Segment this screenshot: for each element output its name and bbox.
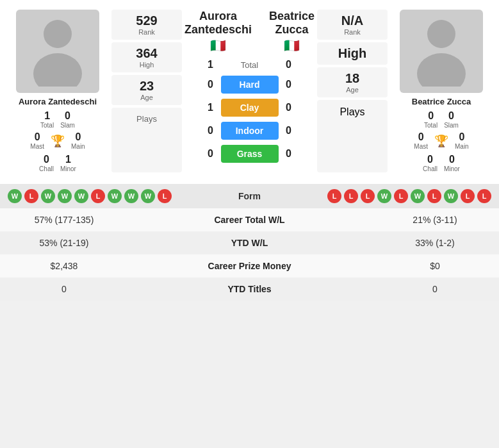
form-label: Form bbox=[177, 191, 322, 201]
left-age-box: 23 Age bbox=[111, 75, 182, 105]
svg-point-3 bbox=[417, 53, 466, 87]
right-chall-value: 0 bbox=[427, 154, 433, 165]
stats-right-val: 0 bbox=[371, 278, 499, 301]
stats-row: 57% (177-135) Career Total W/L 21% (3-11… bbox=[0, 208, 499, 231]
stats-right-val: 21% (3-11) bbox=[371, 208, 499, 231]
total-center-label: Total bbox=[241, 60, 258, 70]
left-chall-stat: 0 Chall bbox=[39, 154, 54, 172]
stats-left-val: $2,438 bbox=[0, 254, 128, 278]
stats-label: Career Prize Money bbox=[128, 254, 371, 278]
left-age-value: 23 bbox=[114, 79, 179, 94]
form-badge-left: L bbox=[158, 189, 172, 203]
main-container: Aurora Zantedeschi 1 Total 0 Slam 0 Mast… bbox=[0, 0, 499, 301]
form-badge-left: L bbox=[91, 189, 105, 203]
left-main-stat: 0 Main bbox=[71, 131, 85, 150]
left-minor-label: Minor bbox=[60, 165, 76, 172]
left-player-stats-total-slam: 1 Total 0 Slam bbox=[40, 110, 75, 129]
left-chall-value: 0 bbox=[44, 154, 49, 165]
stats-table: 57% (177-135) Career Total W/L 21% (3-11… bbox=[0, 208, 499, 301]
right-rank-value: N/A bbox=[320, 13, 385, 28]
right-main-stat: 0 Main bbox=[455, 131, 469, 150]
left-high-box: 364 High bbox=[111, 42, 182, 72]
indoor-button[interactable]: Indoor bbox=[221, 122, 279, 140]
left-player-card: Aurora Zantedeschi 1 Total 0 Slam 0 Mast… bbox=[6, 10, 109, 172]
right-total-label: Total bbox=[424, 122, 438, 129]
left-mast-stat: 0 Mast bbox=[30, 131, 44, 150]
form-badge-right: L bbox=[461, 189, 475, 203]
stats-row: $2,438 Career Prize Money $0 bbox=[0, 254, 499, 278]
stats-right-val: $0 bbox=[371, 254, 499, 278]
total-row: 1 Total 0 bbox=[184, 59, 315, 71]
form-badge-left: W bbox=[8, 189, 22, 203]
left-rank-value: 529 bbox=[114, 13, 179, 28]
left-high-label: High bbox=[114, 61, 179, 69]
form-badge-right: L bbox=[477, 189, 491, 203]
left-slam-stat: 0 Slam bbox=[60, 110, 75, 129]
left-minor-value: 1 bbox=[65, 154, 71, 165]
left-plays-label: Plays bbox=[114, 114, 179, 124]
left-total-stat: 1 Total bbox=[40, 110, 54, 129]
right-main-label: Main bbox=[455, 143, 469, 150]
left-middle-stats: 529 Rank 364 High 23 Age Plays bbox=[111, 10, 182, 172]
right-mast-stat: 0 Mast bbox=[414, 131, 428, 150]
form-badge-right: W bbox=[411, 189, 425, 203]
hard-left-score: 0 bbox=[200, 79, 221, 90]
right-total-stat: 0 Total bbox=[424, 110, 438, 129]
svg-point-0 bbox=[44, 20, 72, 48]
left-high-value: 364 bbox=[114, 46, 179, 61]
stats-left-val: 53% (21-19) bbox=[0, 231, 128, 254]
hard-button[interactable]: Hard bbox=[221, 76, 279, 94]
right-chall-label: Chall bbox=[423, 165, 438, 172]
right-player-card: Beatrice Zucca 0 Total 0 Slam 0 Mast 🏆 bbox=[390, 10, 493, 172]
grass-right-score: 0 bbox=[279, 148, 299, 160]
left-player-name: Aurora Zantedeschi bbox=[19, 97, 97, 106]
right-age-value: 18 bbox=[320, 71, 385, 86]
right-minor-value: 0 bbox=[449, 154, 455, 165]
indoor-left-score: 0 bbox=[200, 125, 221, 137]
form-section: WLWWWLWWWL Form LLLWLWLWLL bbox=[0, 184, 499, 208]
stats-label: YTD W/L bbox=[128, 231, 371, 254]
left-player-stats-mast-main: 0 Mast 🏆 0 Main bbox=[30, 131, 85, 150]
hard-right-score: 0 bbox=[279, 79, 299, 90]
right-rank-box: N/A Rank bbox=[317, 10, 388, 40]
left-form-badges: WLWWWLWWWL bbox=[8, 189, 172, 203]
right-name-center-text: BeatriceZucca bbox=[269, 10, 315, 37]
left-name-center: AuroraZantedeschi 🇮🇹 bbox=[184, 10, 252, 53]
right-slam-label: Slam bbox=[444, 122, 459, 129]
right-middle-stats: N/A Rank High 18 Age Plays bbox=[317, 10, 388, 172]
form-badge-left: W bbox=[41, 189, 55, 203]
stats-label: YTD Titles bbox=[128, 278, 371, 301]
indoor-row: 0 Indoor 0 bbox=[184, 122, 315, 140]
left-name-center-text: AuroraZantedeschi bbox=[184, 10, 252, 37]
clay-row: 1 Clay 0 bbox=[184, 99, 315, 117]
stats-row: 0 YTD Titles 0 bbox=[0, 278, 499, 301]
clay-button[interactable]: Clay bbox=[221, 99, 279, 117]
left-age-label: Age bbox=[114, 94, 179, 101]
form-badge-right: L bbox=[344, 189, 358, 203]
left-slam-value: 0 bbox=[65, 110, 70, 122]
left-total-value: 1 bbox=[44, 110, 50, 122]
form-badge-left: W bbox=[141, 189, 155, 203]
right-minor-label: Minor bbox=[444, 165, 460, 172]
form-badge-left: L bbox=[24, 189, 38, 203]
stats-right-val: 33% (1-2) bbox=[371, 231, 499, 254]
right-plays-box: Plays bbox=[317, 100, 388, 172]
form-badge-right: W bbox=[444, 189, 458, 203]
left-rank-label: Rank bbox=[114, 28, 179, 36]
right-age-label: Age bbox=[320, 86, 385, 94]
left-player-stats-chall-minor: 0 Chall 1 Minor bbox=[39, 154, 76, 172]
right-total-value: 0 bbox=[428, 110, 434, 122]
grass-button[interactable]: Grass bbox=[221, 145, 279, 163]
form-badge-left: W bbox=[108, 189, 122, 203]
left-total-label: Total bbox=[40, 122, 54, 129]
form-badge-right: L bbox=[361, 189, 375, 203]
left-slam-label: Slam bbox=[60, 122, 75, 129]
left-plays-box: Plays bbox=[111, 108, 182, 172]
left-rank-box: 529 Rank bbox=[111, 10, 182, 40]
indoor-right-score: 0 bbox=[279, 125, 299, 137]
right-mast-label: Mast bbox=[414, 143, 428, 150]
right-player-stats-mast-main: 0 Mast 🏆 0 Main bbox=[414, 131, 468, 150]
right-slam-value: 0 bbox=[448, 110, 454, 122]
left-mast-value: 0 bbox=[35, 131, 40, 143]
clay-right-score: 0 bbox=[279, 102, 299, 113]
